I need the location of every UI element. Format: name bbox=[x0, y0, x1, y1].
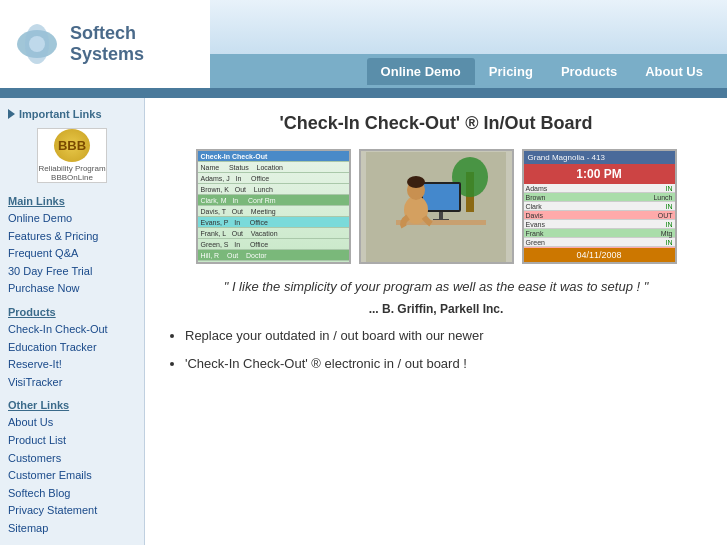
bbb-circle: BBB bbox=[54, 129, 90, 162]
sidebar-link-sitemap[interactable]: Sitemap bbox=[8, 520, 136, 538]
sidebar-link-education[interactable]: Education Tracker bbox=[8, 339, 136, 357]
ss-right-footer: 04/11/2008 bbox=[524, 248, 675, 262]
ss-row-1: AdamsIN bbox=[524, 184, 675, 193]
ss-right-header: Grand Magnolia - 413 bbox=[524, 151, 675, 164]
ss-row-6: FrankMtg bbox=[524, 229, 675, 238]
nav-item-pricing[interactable]: Pricing bbox=[475, 58, 547, 85]
ss-row-5: EvansIN bbox=[524, 220, 675, 229]
ss-right-rows: AdamsIN BrownLunch ClarkIN DavisOUT Evan… bbox=[524, 184, 675, 248]
screenshots-row: Check-In Check-Out Name Status Location … bbox=[165, 149, 707, 264]
nav-area: Online DemoPricingProductsAbout Us bbox=[210, 0, 727, 88]
sidebar-link-blog[interactable]: Softech Blog bbox=[8, 485, 136, 503]
ss-right-time: 1:00 PM bbox=[524, 164, 675, 184]
sidebar-link-visitracker[interactable]: VisiTracker bbox=[8, 374, 136, 392]
testimonial-author: ... B. Griffin, Parkell Inc. bbox=[165, 302, 707, 316]
main-links-label: Main Links bbox=[8, 195, 136, 207]
sidebar-link-faq[interactable]: Frequent Q&A bbox=[8, 245, 136, 263]
sidebar-link-purchase[interactable]: Purchase Now bbox=[8, 280, 136, 298]
ss-row-2: BrownLunch bbox=[524, 193, 675, 202]
sidebar-link-about[interactable]: About Us bbox=[8, 414, 136, 432]
logo-text: Softech Systems bbox=[70, 23, 144, 65]
sidebar-link-reserve[interactable]: Reserve-It! bbox=[8, 356, 136, 374]
sidebar-link-privacy[interactable]: Privacy Statement bbox=[8, 502, 136, 520]
screenshot-middle bbox=[359, 149, 514, 264]
bbb-label: Reliability Program BBBOnLine bbox=[38, 164, 106, 182]
header: Softech Systems Online DemoPricingProduc… bbox=[0, 0, 727, 88]
important-links-heading: Important Links bbox=[8, 108, 136, 120]
testimonial-text: " I like the simplicity of your program … bbox=[165, 279, 707, 294]
blue-divider-bar bbox=[0, 88, 727, 98]
svg-rect-7 bbox=[423, 184, 459, 210]
ss-row-4: DavisOUT bbox=[524, 211, 675, 220]
page-title: 'Check-In Check-Out' ® In/Out Board bbox=[165, 113, 707, 134]
nav-item-about-us[interactable]: About Us bbox=[631, 58, 717, 85]
triangle-icon bbox=[8, 109, 15, 119]
sidebar-link-customer-emails[interactable]: Customer Emails bbox=[8, 467, 136, 485]
logo-area: Softech Systems bbox=[0, 0, 210, 88]
screenshot-right: Grand Magnolia - 413 1:00 PM AdamsIN Bro… bbox=[522, 149, 677, 264]
person-at-desk-illustration bbox=[366, 152, 506, 262]
bullet-list: Replace your outdated in / out board wit… bbox=[165, 326, 707, 373]
ss-left-content: Check-In Check-Out Name Status Location … bbox=[198, 151, 349, 262]
other-links-label: Other Links bbox=[8, 399, 136, 411]
products-label: Products bbox=[8, 306, 136, 318]
svg-point-13 bbox=[407, 176, 425, 188]
screenshot-left: Check-In Check-Out Name Status Location … bbox=[196, 149, 351, 264]
bullet-item-2: 'Check-In Check-Out' ® electronic in / o… bbox=[185, 354, 707, 374]
bullet-item-1: Replace your outdated in / out board wit… bbox=[185, 326, 707, 346]
nav-item-online-demo[interactable]: Online Demo bbox=[367, 58, 475, 85]
sidebar: Important Links BBB Reliability Program … bbox=[0, 98, 145, 545]
sidebar-link-features-pricing[interactable]: Features & Pricing bbox=[8, 228, 136, 246]
nav-item-products[interactable]: Products bbox=[547, 58, 631, 85]
sidebar-link-checkin[interactable]: Check-In Check-Out bbox=[8, 321, 136, 339]
sidebar-link-free-trial[interactable]: 30 Day Free Trial bbox=[8, 263, 136, 281]
ss-middle-content bbox=[361, 151, 512, 262]
sidebar-link-customers[interactable]: Customers bbox=[8, 450, 136, 468]
main-layout: Important Links BBB Reliability Program … bbox=[0, 98, 727, 545]
bbb-badge: BBB Reliability Program BBBOnLine bbox=[37, 128, 107, 183]
svg-point-2 bbox=[29, 36, 45, 52]
sidebar-link-online-demo[interactable]: Online Demo bbox=[8, 210, 136, 228]
nav-top-bar bbox=[210, 0, 727, 54]
logo-icon bbox=[15, 22, 60, 67]
ss-row-7: GreenIN bbox=[524, 238, 675, 247]
svg-rect-8 bbox=[439, 212, 443, 220]
sidebar-link-product-list[interactable]: Product List bbox=[8, 432, 136, 450]
ss-row-3: ClarkIN bbox=[524, 202, 675, 211]
nav-bar: Online DemoPricingProductsAbout Us bbox=[210, 54, 727, 88]
main-content: 'Check-In Check-Out' ® In/Out Board Chec… bbox=[145, 98, 727, 545]
ss-right-content: Grand Magnolia - 413 1:00 PM AdamsIN Bro… bbox=[524, 151, 675, 262]
